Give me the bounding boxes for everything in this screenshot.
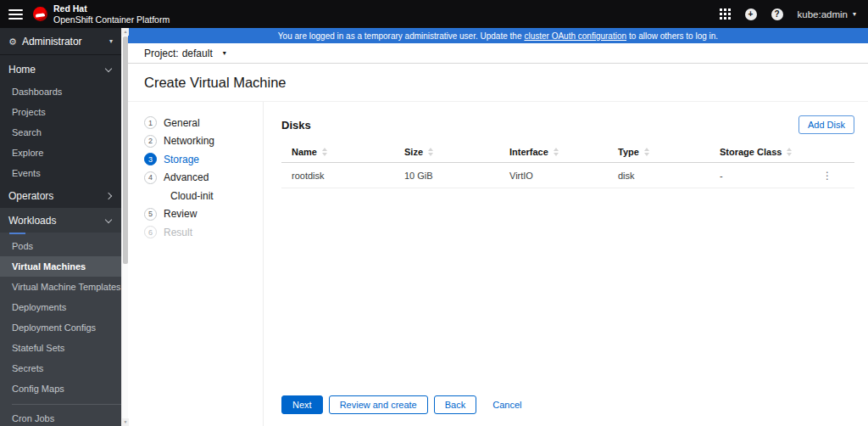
chevron-down-icon — [105, 64, 112, 71]
perspective-label: Administrator — [22, 36, 82, 48]
sort-icon[interactable] — [787, 148, 792, 156]
redhat-logo-icon — [33, 7, 47, 21]
sidebar-item-config-maps[interactable]: Config Maps — [0, 378, 121, 399]
sidebar-item-virtual-machines[interactable]: Virtual Machines — [0, 256, 121, 277]
nav-home-toggle[interactable]: Home — [0, 57, 121, 81]
sidebar-item-cron-jobs[interactable]: Cron Jobs — [0, 408, 121, 426]
step-label: Storage — [164, 154, 199, 165]
column-header-type: Type — [608, 147, 709, 157]
sort-icon[interactable] — [322, 148, 327, 156]
nav-operators-toggle[interactable]: Operators — [0, 183, 121, 208]
help-icon[interactable]: ? — [771, 8, 783, 20]
step-number: 1 — [144, 116, 157, 129]
sidebar-item-search[interactable]: Search — [0, 122, 121, 143]
step-label: General — [164, 117, 200, 129]
wizard-step-result: 6 Result — [144, 223, 263, 242]
project-label: Project: — [144, 48, 179, 59]
scroll-down-icon[interactable]: ▼ — [122, 418, 129, 426]
sidebar-scrollbar[interactable]: ▲ ▼ — [121, 28, 128, 426]
step-number: 2 — [144, 135, 157, 148]
brand-name: Red Hat — [53, 3, 170, 14]
openshift-console: Red Hat OpenShift Container Platform + ?… — [0, 0, 868, 426]
nav-section-workloads: Workloads Pods Virtual Machines Virtual … — [0, 208, 121, 426]
review-and-create-button[interactable]: Review and create — [329, 395, 428, 414]
disks-header: Disks Add Disk — [281, 115, 854, 134]
nav-section-label: Operators — [8, 190, 53, 202]
step-label: Networking — [164, 135, 214, 147]
username: kube:admin — [798, 9, 848, 20]
brand-logo[interactable]: Red Hat OpenShift Container Platform — [33, 3, 170, 24]
masthead-right: + ? kube:admin ▾ — [720, 8, 856, 20]
table-header-row: Name Size Interface — [281, 143, 854, 163]
sort-icon[interactable] — [554, 148, 559, 156]
column-header-storage-class: Storage Class — [709, 147, 820, 157]
chevron-right-icon — [105, 193, 112, 199]
scroll-up-icon[interactable]: ▲ — [122, 28, 129, 36]
sort-icon[interactable] — [644, 148, 649, 156]
next-button[interactable]: Next — [281, 395, 323, 414]
sort-icon[interactable] — [428, 148, 433, 156]
nav-workloads-toggle[interactable]: Workloads — [0, 208, 121, 233]
add-disk-button[interactable]: Add Disk — [798, 115, 854, 134]
step-number: 5 — [144, 208, 157, 221]
disk-type: disk — [608, 171, 709, 181]
sidebar-item-pods[interactable]: Pods — [0, 236, 121, 256]
wizard-step-networking[interactable]: 2 Networking — [144, 132, 263, 151]
column-header-name: Name — [281, 147, 394, 157]
kebab-menu-icon[interactable]: ⋮ — [822, 171, 854, 181]
content-spacer — [281, 188, 854, 395]
step-number: 4 — [144, 171, 157, 184]
sidebar-item-events[interactable]: Events — [0, 163, 121, 183]
cancel-button[interactable]: Cancel — [487, 396, 526, 413]
step-label: Advanced — [164, 171, 209, 183]
wizard-step-storage[interactable]: 3 Storage — [144, 150, 263, 169]
app-launcher-icon[interactable] — [720, 8, 731, 20]
main-content: You are logged in as a temporary adminis… — [128, 28, 868, 426]
step-label: Review — [164, 208, 197, 220]
wizard-step-review[interactable]: 5 Review — [144, 205, 263, 224]
sidebar-item-stateful-sets[interactable]: Stateful Sets — [0, 338, 121, 358]
wizard-step-advanced[interactable]: 4 Advanced — [144, 169, 263, 188]
sidebar-item-projects[interactable]: Projects — [0, 102, 121, 122]
page-title: Create Virtual Machine — [128, 64, 868, 102]
disks-table: Name Size Interface — [281, 143, 854, 188]
step-number: 6 — [144, 226, 157, 238]
sidebar-item-virtual-machine-templates[interactable]: Virtual Machine Templates — [0, 277, 121, 297]
table-row: rootdisk 10 GiB VirtIO disk - ⋮ — [281, 163, 854, 188]
step-number: 3 — [144, 153, 157, 165]
active-section-indicator — [9, 233, 25, 234]
wizard-footer: Next Review and create Back Cancel — [281, 395, 854, 416]
sidebar-item-deployment-configs[interactable]: Deployment Configs — [0, 317, 121, 338]
add-icon[interactable]: + — [745, 8, 757, 20]
oauth-config-link[interactable]: cluster OAuth configuration — [524, 31, 626, 41]
masthead: Red Hat OpenShift Container Platform + ?… — [0, 0, 868, 28]
back-button[interactable]: Back — [434, 395, 476, 414]
sidebar-item-explore[interactable]: Explore — [0, 143, 121, 163]
wizard-step-general[interactable]: 1 General — [144, 114, 263, 132]
vm-wizard: 1 General 2 Networking 3 Storage 4 Advan… — [128, 102, 868, 426]
sidebar-item-secrets[interactable]: Secrets — [0, 358, 121, 378]
nav-section-home: Home Dashboards Projects Search Explore … — [0, 55, 121, 183]
storage-step-content: Disks Add Disk Name Size — [264, 102, 868, 426]
disk-storage-class: - — [709, 171, 820, 181]
nav-section-label: Workloads — [8, 215, 56, 227]
nav-section-label: Home — [8, 64, 36, 76]
scrollbar-thumb[interactable] — [123, 36, 128, 264]
chevron-down-icon — [105, 216, 112, 222]
menu-icon[interactable] — [8, 9, 23, 20]
caret-down-icon: ▾ — [109, 38, 113, 45]
perspective-switcher[interactable]: ⚙ Administrator ▾ — [0, 28, 121, 55]
user-menu[interactable]: kube:admin ▾ — [798, 9, 856, 20]
brand-product: OpenShift Container Platform — [53, 14, 170, 25]
project-selector[interactable]: Project: default ▾ — [128, 43, 868, 64]
banner-text-before: You are logged in as a temporary adminis… — [278, 31, 522, 41]
sidebar-item-deployments[interactable]: Deployments — [0, 297, 121, 317]
step-label: Result — [164, 227, 192, 238]
banner-text-after: to allow others to log in. — [629, 31, 718, 41]
masthead-left: Red Hat OpenShift Container Platform — [8, 3, 170, 24]
wizard-step-cloud-init[interactable]: Cloud-init — [144, 187, 263, 205]
sidebar-nav: ⚙ Administrator ▾ Home Dashboards Projec… — [0, 28, 121, 426]
column-header-size: Size — [394, 147, 499, 157]
sidebar-item-dashboards[interactable]: Dashboards — [0, 81, 121, 102]
column-header-interface: Interface — [499, 147, 608, 157]
